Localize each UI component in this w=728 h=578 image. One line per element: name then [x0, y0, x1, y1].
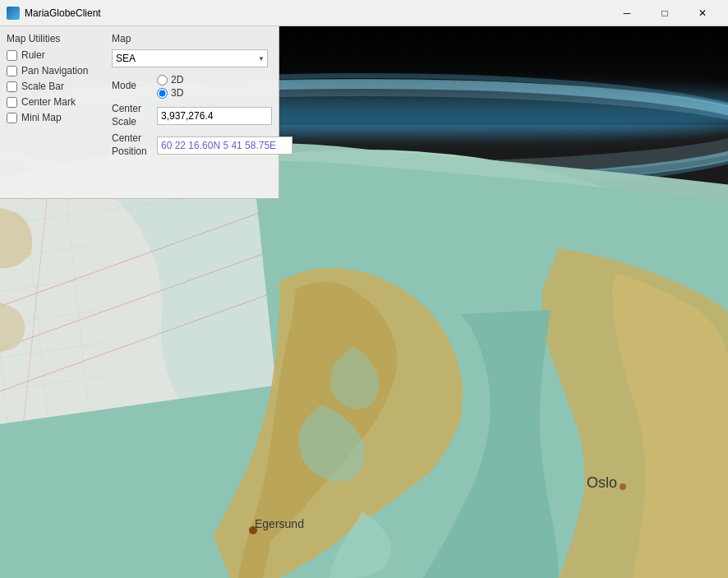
center-scale-label: Center Scale [112, 103, 157, 128]
ruler-checkbox-row[interactable]: Ruler [7, 49, 105, 61]
title-bar: MariaGlobeClient ─ □ ✕ [0, 0, 728, 26]
mini-map-label: Mini Map [21, 112, 62, 123]
ruler-label: Ruler [21, 49, 45, 61]
center-mark-checkbox-row[interactable]: Center Mark [7, 96, 105, 108]
center-position-row: Center Position [112, 132, 293, 158]
center-mark-label: Center Mark [21, 96, 76, 108]
mini-map-checkbox[interactable] [7, 113, 17, 123]
app-icon [7, 7, 20, 20]
mode-3d-radio[interactable] [157, 88, 168, 99]
mode-row: Mode 2D 3D [112, 74, 293, 99]
close-button[interactable]: ✕ [684, 0, 721, 26]
center-mark-checkbox[interactable] [7, 97, 17, 108]
title-bar-text: MariaGlobeClient [25, 7, 608, 19]
center-scale-row: Center Scale [112, 103, 293, 128]
map-utilities-section: Map Utilities Ruler Pan Navigation Scale… [7, 33, 105, 162]
map-dropdown-wrapper[interactable]: SEA NOR MED ATL ▼ [112, 49, 268, 67]
minimize-button[interactable]: ─ [608, 0, 646, 26]
map-settings-section: Map SEA NOR MED ATL ▼ Mode [112, 33, 293, 162]
mode-3d-item[interactable]: 3D [157, 87, 183, 99]
mini-map-checkbox-row[interactable]: Mini Map [7, 112, 105, 123]
title-bar-controls: ─ □ ✕ [608, 0, 721, 26]
center-scale-input[interactable] [157, 107, 272, 125]
pan-navigation-checkbox-row[interactable]: Pan Navigation [7, 65, 105, 76]
window-content: Stavanger Ålesund [0, 26, 728, 578]
scale-bar-checkbox[interactable] [7, 81, 17, 92]
svg-point-23 [620, 483, 626, 490]
mode-radio-group: 2D 3D [157, 74, 183, 99]
map-section-label: Map [112, 33, 293, 44]
egersund-label: Egersund [255, 517, 304, 530]
mode-label: Mode [112, 80, 157, 93]
center-position-input[interactable] [157, 136, 293, 155]
map-dropdown[interactable]: SEA NOR MED ATL [112, 49, 268, 67]
scale-bar-checkbox-row[interactable]: Scale Bar [7, 81, 105, 92]
mode-2d-item[interactable]: 2D [157, 74, 183, 86]
maximize-button[interactable]: □ [646, 0, 684, 26]
pan-navigation-label: Pan Navigation [21, 65, 88, 76]
oslo-label: Oslo [587, 474, 617, 492]
ruler-checkbox[interactable] [7, 50, 17, 61]
pan-navigation-checkbox[interactable] [7, 66, 17, 76]
mode-3d-label: 3D [171, 87, 183, 99]
map-utilities-label: Map Utilities [7, 33, 105, 44]
mode-2d-radio[interactable] [157, 75, 168, 86]
mode-2d-label: 2D [171, 74, 183, 86]
scale-bar-label: Scale Bar [21, 81, 64, 92]
control-panel: Map Utilities Ruler Pan Navigation Scale… [0, 26, 279, 199]
center-position-label: Center Position [112, 132, 157, 158]
